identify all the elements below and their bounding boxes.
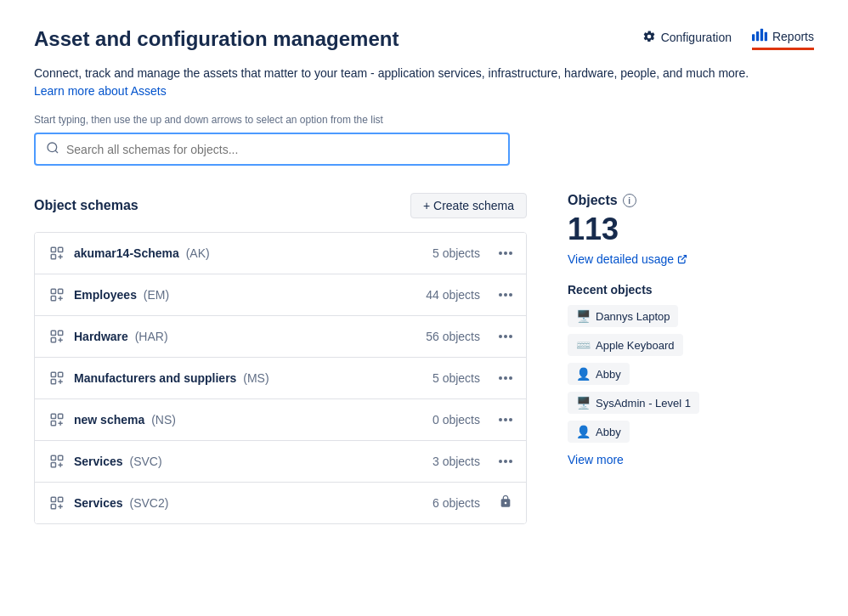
svg-rect-38 (51, 505, 55, 509)
lock-icon (499, 494, 512, 511)
table-row[interactable]: Services (SVC) 3 objects (35, 441, 526, 483)
svg-rect-13 (51, 297, 55, 301)
table-row[interactable]: Manufacturers and suppliers (MS) 5 objec… (35, 358, 526, 399)
schema-icon (48, 411, 65, 428)
schema-icon (48, 370, 65, 387)
search-input[interactable] (66, 143, 498, 156)
svg-rect-11 (51, 289, 55, 293)
schema-menu-button[interactable] (499, 251, 512, 255)
reports-button[interactable]: Reports (752, 28, 814, 50)
schema-menu-button[interactable] (499, 293, 512, 297)
svg-rect-36 (51, 497, 55, 501)
recent-object-label: SysAdmin - Level 1 (596, 397, 691, 410)
schemas-header: Object schemas + Create schema (34, 193, 527, 218)
svg-rect-31 (51, 455, 55, 460)
svg-rect-12 (59, 289, 63, 293)
svg-rect-26 (51, 414, 55, 418)
svg-rect-32 (59, 455, 63, 460)
recent-object-label: Apple Keyboard (596, 339, 675, 352)
create-schema-button[interactable]: + Create schema (410, 193, 527, 218)
table-row[interactable]: Hardware (HAR) 56 objects (35, 316, 526, 358)
schema-name: Manufacturers and suppliers (MS) (74, 371, 269, 385)
schema-objects: 6 objects (432, 496, 480, 510)
svg-rect-18 (51, 338, 55, 342)
table-row[interactable]: Employees (EM) 44 objects (35, 274, 526, 316)
schema-objects: 5 objects (432, 246, 480, 260)
svg-rect-27 (59, 414, 63, 418)
right-panel: Objects i 113 View detailed usage Recent… (568, 193, 738, 524)
schema-icon (48, 328, 65, 345)
schema-menu-button[interactable] (499, 335, 512, 338)
table-row[interactable]: new schema (NS) 0 objects (35, 399, 526, 441)
svg-rect-28 (51, 421, 55, 426)
objects-label: Objects (568, 193, 618, 208)
svg-line-5 (55, 150, 58, 153)
schema-name: Services (SVC) (74, 455, 162, 468)
gear-icon (642, 30, 656, 46)
svg-rect-2 (760, 29, 763, 42)
reports-label: Reports (772, 30, 814, 43)
schema-list: akumar14-Schema (AK) 5 objects Employees… (34, 232, 527, 524)
svg-rect-7 (59, 247, 63, 251)
svg-rect-8 (51, 255, 55, 259)
schema-icon (48, 245, 65, 262)
schema-icon (48, 494, 65, 511)
svg-rect-6 (51, 247, 55, 251)
list-item[interactable]: 🖥️ Dannys Laptop (568, 305, 678, 327)
table-row[interactable]: Services (SVC2) 6 objects (35, 483, 526, 523)
header-actions: Configuration Reports (642, 28, 814, 50)
configuration-label: Configuration (661, 31, 732, 44)
view-detailed-link[interactable]: View detailed usage (568, 252, 738, 266)
main-content: Object schemas + Create schema akumar14-… (34, 193, 814, 524)
view-more-link[interactable]: View more (568, 453, 624, 466)
search-hint: Start typing, then use the up and down a… (34, 114, 814, 126)
page-title: Asset and configuration management (34, 27, 399, 51)
laptop-icon: 🖥️ (576, 309, 591, 323)
svg-rect-37 (59, 497, 63, 501)
person-icon: 👤 (576, 367, 591, 381)
schemas-title: Object schemas (34, 198, 139, 213)
list-item[interactable]: 👤 Abby (568, 421, 630, 443)
svg-rect-1 (756, 31, 759, 41)
schema-name: Hardware (HAR) (74, 330, 168, 343)
schema-name: new schema (NS) (74, 413, 176, 427)
schema-objects: 3 objects (432, 455, 480, 468)
configuration-button[interactable]: Configuration (642, 30, 732, 49)
reports-icon (752, 28, 767, 44)
objects-count: 113 (568, 212, 738, 247)
page-subtitle: Connect, track and manage the assets tha… (34, 65, 814, 100)
svg-rect-22 (59, 372, 63, 376)
search-icon (46, 141, 59, 157)
svg-line-41 (681, 256, 687, 261)
schema-icon (48, 453, 65, 470)
list-item[interactable]: 👤 Abby (568, 363, 630, 385)
learn-more-link[interactable]: Learn more about Assets (34, 84, 167, 98)
svg-rect-16 (51, 331, 55, 335)
recent-object-label: Dannys Laptop (596, 310, 670, 323)
list-item[interactable]: ⌨️ Apple Keyboard (568, 334, 683, 356)
table-row[interactable]: akumar14-Schema (AK) 5 objects (35, 233, 526, 274)
sysadmin-icon: 🖥️ (576, 396, 591, 410)
schema-objects: 44 objects (426, 288, 480, 302)
schema-objects: 5 objects (432, 371, 480, 385)
list-item[interactable]: 🖥️ SysAdmin - Level 1 (568, 392, 699, 414)
schema-objects: 56 objects (426, 330, 480, 343)
svg-point-4 (48, 143, 57, 152)
svg-rect-33 (51, 463, 55, 467)
recent-object-label: Abby (596, 426, 621, 438)
schema-menu-button[interactable] (499, 418, 512, 421)
schema-name: Services (SVC2) (74, 496, 168, 510)
page-header: Asset and configuration management Confi… (34, 27, 814, 51)
recent-objects-title: Recent objects (568, 283, 738, 297)
svg-rect-21 (51, 372, 55, 376)
recent-objects-list: 🖥️ Dannys Laptop ⌨️ Apple Keyboard 👤 Abb… (568, 305, 738, 443)
schema-menu-button[interactable] (499, 460, 512, 463)
schemas-section: Object schemas + Create schema akumar14-… (34, 193, 527, 524)
info-icon[interactable]: i (623, 194, 636, 207)
person-icon: 👤 (576, 425, 591, 438)
schema-icon (48, 286, 65, 303)
objects-header: Objects i (568, 193, 738, 208)
schema-menu-button[interactable] (499, 376, 512, 380)
schema-objects: 0 objects (432, 413, 480, 427)
recent-object-label: Abby (596, 368, 621, 381)
